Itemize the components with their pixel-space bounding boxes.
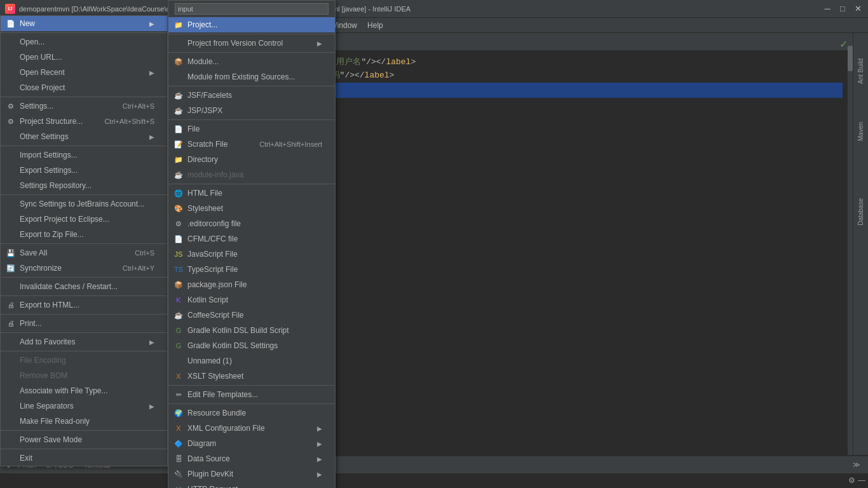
- othersettings-arrow-icon: ▶: [149, 133, 154, 140]
- file-settings-item[interactable]: ⚙ Settings... Ctrl+Alt+S: [1, 98, 167, 114]
- minimize-button[interactable]: ─: [822, 4, 832, 14]
- separator-3: [1, 146, 167, 146]
- new-arrow-icon: ▶: [149, 20, 154, 27]
- file-menu-dropdown: 📄 New ▶ Open... Open URL... Open Recent …: [0, 15, 168, 466]
- database-tab[interactable]: Database: [857, 198, 864, 226]
- close-bottom-icon[interactable]: —: [858, 476, 865, 485]
- menu-build[interactable]: Build: [220, 18, 247, 32]
- app-logo: IJ: [5, 4, 15, 14]
- file-fileencoding-item: File Encoding: [1, 353, 167, 368]
- settings-icon[interactable]: ⚙: [848, 476, 855, 485]
- scroll-thumb[interactable]: [848, 46, 853, 71]
- file-othersettings-item[interactable]: Other Settings ▶: [1, 129, 167, 144]
- ant-build-tab[interactable]: Ant Build: [857, 58, 864, 84]
- title-bar-text: demoparentmvn [D:\AllWorkSpace\IdeaCours…: [19, 5, 410, 13]
- file-associatefiletype-item[interactable]: Associate with File Type...: [1, 383, 167, 398]
- menu-window[interactable]: Window: [325, 18, 362, 32]
- close-button[interactable]: ✕: [853, 4, 863, 14]
- file-settingsrepo-item[interactable]: Settings Repository...: [1, 178, 167, 193]
- file-closeproject-item[interactable]: Close Project: [1, 80, 167, 95]
- file-open-item[interactable]: Open...: [1, 34, 167, 50]
- green-check-icon: ✓: [839, 38, 848, 50]
- maximize-button[interactable]: □: [837, 4, 848, 14]
- expand-button[interactable]: ≫: [848, 459, 865, 470]
- file-exporteclipse-item[interactable]: Export Project to Eclipse...: [1, 212, 167, 227]
- file-exportsettings-item[interactable]: Export Settings...: [1, 163, 167, 178]
- file-exit-item[interactable]: Exit: [1, 451, 167, 466]
- separator-10: [1, 351, 167, 351]
- bottom-content: ⚙ —: [0, 473, 868, 488]
- title-bar-controls: ─ □ ✕: [822, 4, 863, 14]
- file-openrecent-item[interactable]: Open Recent ▶: [1, 65, 167, 80]
- addtofav-arrow-icon: ▶: [149, 339, 154, 346]
- separator-4: [1, 194, 167, 195]
- separator-6: [1, 277, 167, 278]
- menu-vcs[interactable]: VCS: [299, 18, 325, 32]
- openrecent-arrow-icon: ▶: [149, 69, 154, 76]
- right-sidebar: Ant Build Maven Database: [853, 33, 868, 455]
- open-icon: [6, 37, 16, 47]
- file-print-item[interactable]: 🖨 Print...: [1, 316, 167, 331]
- new-icon: 📄: [6, 18, 16, 29]
- linesep-arrow-icon: ▶: [149, 403, 154, 410]
- file-invalidatecaches-item[interactable]: Invalidate Caches / Restart...: [1, 279, 167, 294]
- file-importsettings-item[interactable]: Import Settings...: [1, 147, 167, 163]
- file-addtofavorites-item[interactable]: Add to Favorites ▶: [1, 334, 167, 349]
- separator-2: [1, 97, 167, 97]
- menu-help[interactable]: Help: [362, 18, 388, 32]
- separator-9: [1, 332, 167, 333]
- file-new-item[interactable]: 📄 New ▶: [1, 16, 167, 31]
- separator-11: [1, 430, 167, 431]
- file-syncsettings-item[interactable]: Sync Settings to JetBrains Account...: [1, 196, 167, 212]
- maven-tab[interactable]: Maven: [857, 122, 864, 141]
- file-saveall-item[interactable]: 💾 Save All Ctrl+S: [1, 245, 167, 261]
- file-synchronize-item[interactable]: 🔄 Synchronize Ctrl+Alt+Y: [1, 261, 167, 276]
- separator-8: [1, 314, 167, 315]
- file-exporthtml-item[interactable]: 🖨 Export to HTML...: [1, 297, 167, 313]
- bottom-toolbar: ⚙ —: [848, 476, 865, 485]
- file-makefilereadonly-item[interactable]: Make File Read-only: [1, 414, 167, 429]
- separator-7: [1, 295, 167, 296]
- title-bar-left: IJ demoparentmvn [D:\AllWorkSpace\IdeaCo…: [5, 4, 410, 14]
- file-powersavemode-item[interactable]: Power Save Mode: [1, 432, 167, 447]
- editor-scrollbar[interactable]: [848, 33, 853, 455]
- separator-5: [1, 243, 167, 244]
- menu-tools[interactable]: Tools: [271, 18, 299, 32]
- menu-run[interactable]: Run: [247, 18, 271, 32]
- file-openurl-item[interactable]: Open URL...: [1, 50, 167, 65]
- separator-12: [1, 449, 167, 449]
- file-projectstructure-item[interactable]: ⚙ Project Structure... Ctrl+Alt+Shift+S: [1, 114, 167, 129]
- file-removebom-item: Remove BOM: [1, 368, 167, 383]
- separator-1: [1, 32, 167, 33]
- menu-refactor[interactable]: Refactor: [181, 18, 220, 32]
- file-exportzip-item[interactable]: Export to Zip File...: [1, 227, 167, 242]
- file-lineseparators-item[interactable]: Line Separators ▶: [1, 398, 167, 414]
